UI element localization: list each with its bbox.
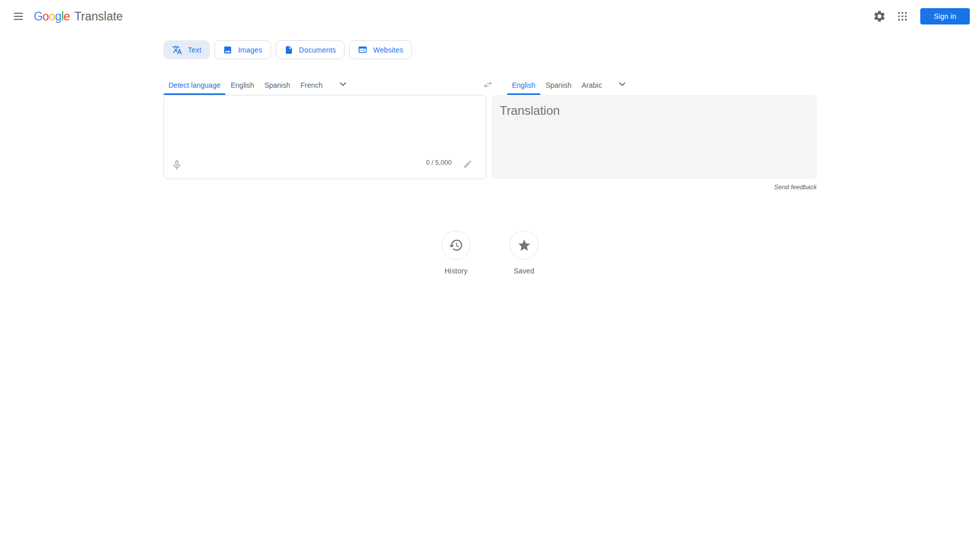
source-text-input[interactable] (173, 102, 451, 150)
history-icon (449, 238, 463, 253)
history-button[interactable]: History (436, 231, 477, 275)
logo-letter: o (42, 10, 48, 23)
star-icon (517, 238, 531, 253)
microphone-icon[interactable] (169, 158, 184, 172)
logo-letter: e (63, 10, 69, 23)
tab-text[interactable]: Text (163, 40, 210, 59)
website-icon (358, 45, 368, 55)
source-text-panel: 0 / 5,000 (163, 95, 486, 179)
tab-documents[interactable]: Documents (276, 40, 345, 59)
tab-images[interactable]: Images (214, 40, 271, 59)
send-feedback-link[interactable]: Send feedback (774, 184, 817, 191)
character-counter: 0 / 5,000 (426, 159, 452, 166)
google-translate-logo[interactable]: G o o g l e Translate (34, 10, 123, 23)
target-more-languages-chevron-down-icon[interactable] (619, 75, 625, 95)
header-actions: Sign in (873, 8, 970, 24)
saved-label: Saved (513, 267, 534, 275)
logo-letter: g (55, 10, 61, 23)
image-icon (223, 45, 232, 55)
source-lang-detect[interactable]: Detect language (163, 75, 226, 95)
tab-label: Documents (299, 46, 336, 54)
source-more-languages-chevron-down-icon[interactable] (340, 75, 346, 95)
google-apps-grid-icon[interactable] (897, 11, 908, 21)
swap-languages-icon[interactable] (481, 78, 495, 92)
mode-tabs: Text Images Documents Websites (163, 40, 817, 59)
saved-button[interactable]: Saved (504, 231, 545, 275)
main-content: Text Images Documents Websites Detect la… (163, 40, 817, 275)
logo-letter: G (34, 10, 42, 23)
feedback-row: Send feedback (163, 184, 817, 191)
translation-placeholder: Translation (500, 104, 560, 118)
language-bar: Detect language English Spanish French E… (163, 75, 817, 95)
shortcuts: History Saved (163, 231, 817, 275)
tab-label: Websites (373, 46, 403, 54)
top-app-bar: G o o g l e Translate Sign in (0, 0, 980, 33)
logo-letter: o (49, 10, 55, 23)
source-lang-french[interactable]: French (295, 75, 328, 95)
target-lang-arabic[interactable]: Arabic (577, 75, 607, 95)
document-icon (284, 45, 293, 55)
source-lang-english[interactable]: English (226, 75, 259, 95)
tab-websites[interactable]: Websites (349, 40, 412, 59)
translate-icon (172, 45, 182, 55)
history-circle (442, 231, 471, 260)
target-lang-english[interactable]: English (507, 75, 541, 95)
target-lang-spanish[interactable]: Spanish (541, 75, 577, 95)
settings-gear-icon[interactable] (873, 10, 886, 23)
source-lang-spanish[interactable]: Spanish (259, 75, 296, 95)
tab-label: Text (188, 46, 201, 54)
saved-circle (509, 231, 538, 260)
source-language-tabs: Detect language English Spanish French (163, 75, 486, 95)
hamburger-menu-icon[interactable] (14, 13, 23, 20)
translation-output-panel: Translation (492, 95, 817, 179)
logo-product-name: Translate (75, 10, 123, 23)
sign-in-button[interactable]: Sign in (920, 8, 970, 24)
handwriting-edit-icon[interactable] (461, 157, 474, 170)
tab-label: Images (238, 46, 262, 54)
translation-panels: 0 / 5,000 Translation (163, 95, 817, 179)
target-language-tabs: English Spanish Arabic (492, 75, 817, 95)
history-label: History (445, 267, 468, 275)
